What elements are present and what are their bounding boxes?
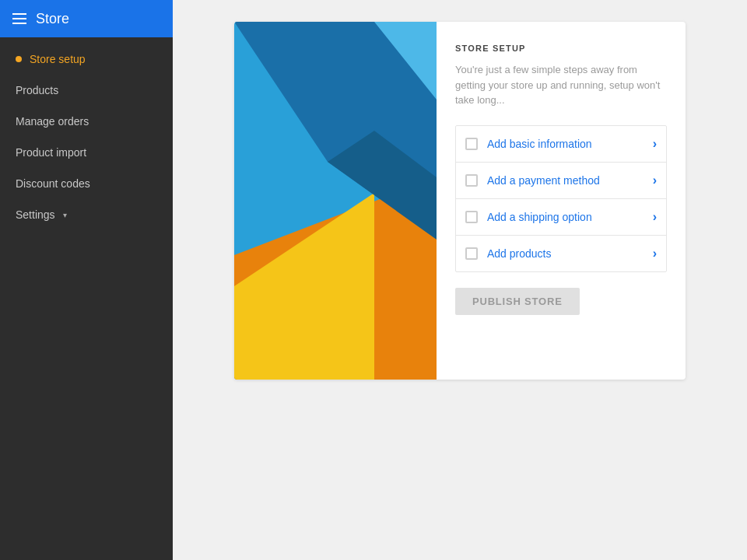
step-checkbox-shipping[interactable] [465, 211, 478, 223]
sidebar-item-label: Manage orders [16, 115, 89, 128]
step-checkbox-add-products[interactable] [465, 247, 478, 260]
sidebar-header: Store [0, 0, 173, 37]
publish-store-button[interactable]: PUBLISH STORE [455, 288, 580, 315]
sidebar-item-label: Products [16, 84, 58, 96]
chevron-right-icon: › [653, 137, 657, 151]
sidebar-item-manage-orders[interactable]: Manage orders [0, 106, 173, 137]
sidebar-item-label: Discount codes [16, 177, 90, 190]
sidebar-item-label: Settings [16, 208, 55, 221]
card-content: STORE SETUP You're just a few simple ste… [437, 22, 686, 380]
sidebar-item-label: Store setup [30, 53, 86, 65]
active-dot [16, 56, 22, 62]
setup-step-add-products[interactable]: Add products › [456, 236, 666, 271]
store-setup-description: You're just a few simple steps away from… [455, 62, 667, 108]
app-title: Store [36, 11, 69, 27]
sidebar: Store Store setup Products Manage orders… [0, 0, 173, 560]
chevron-right-icon: › [653, 247, 657, 261]
hamburger-icon[interactable] [12, 13, 26, 24]
sidebar-nav: Store setup Products Manage orders Produ… [0, 37, 173, 230]
store-setup-card: STORE SETUP You're just a few simple ste… [234, 22, 686, 380]
card-image [234, 22, 437, 380]
sidebar-item-products[interactable]: Products [0, 75, 173, 106]
step-checkbox-basic-info[interactable] [465, 138, 478, 150]
chevron-right-icon: › [653, 173, 657, 187]
step-label-shipping: Add a shipping option [487, 211, 653, 223]
chevron-right-icon: › [653, 210, 657, 224]
sidebar-item-product-import[interactable]: Product import [0, 137, 173, 168]
setup-step-basic-info[interactable]: Add basic information › [456, 126, 666, 163]
chevron-down-icon: ▾ [63, 211, 67, 219]
sidebar-item-settings[interactable]: Settings ▾ [0, 199, 173, 230]
step-checkbox-payment[interactable] [465, 174, 478, 187]
step-label-add-products: Add products [487, 247, 653, 260]
step-label-payment: Add a payment method [487, 174, 653, 187]
store-setup-title: STORE SETUP [455, 44, 667, 53]
setup-step-shipping[interactable]: Add a shipping option › [456, 199, 666, 236]
sidebar-item-label: Product import [16, 146, 86, 159]
sidebar-item-discount-codes[interactable]: Discount codes [0, 168, 173, 199]
setup-step-payment[interactable]: Add a payment method › [456, 163, 666, 199]
sidebar-item-store-setup[interactable]: Store setup [0, 44, 173, 75]
setup-steps-list: Add basic information › Add a payment me… [455, 125, 667, 272]
decorative-graphic [234, 22, 437, 380]
step-label-basic-info: Add basic information [487, 138, 653, 150]
main-content: STORE SETUP You're just a few simple ste… [173, 0, 747, 560]
